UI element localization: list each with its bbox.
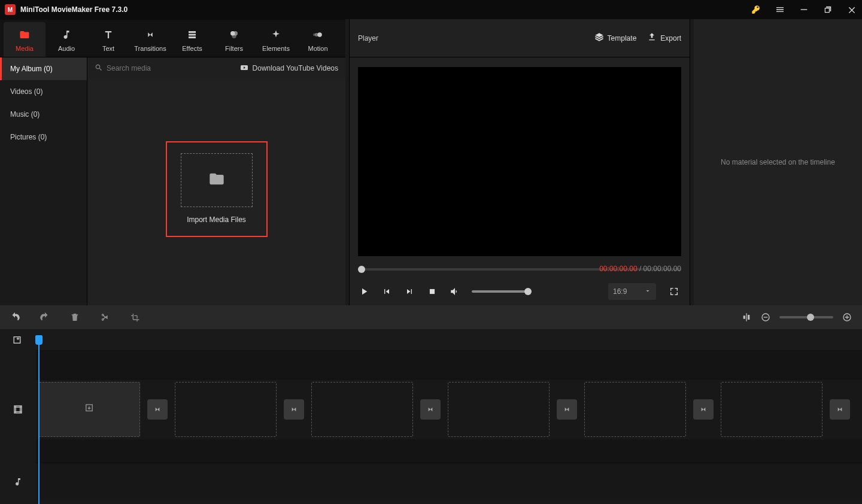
clip-slot[interactable] bbox=[448, 382, 550, 437]
overlay-track[interactable] bbox=[36, 351, 862, 379]
sidebar-item-my-album[interactable]: My Album (0) bbox=[0, 57, 87, 80]
video-preview bbox=[358, 67, 681, 256]
download-youtube-link[interactable]: Download YouTube Videos bbox=[239, 64, 338, 73]
media-toolbar: Download YouTube Videos bbox=[87, 57, 345, 79]
media-drop-area: Import Media Files bbox=[87, 79, 345, 305]
timeline-toolbar bbox=[0, 305, 862, 329]
sidebar-item-pictures[interactable]: Pictures (0) bbox=[0, 126, 87, 148]
text-icon bbox=[87, 28, 129, 41]
timeline-ruler[interactable] bbox=[36, 329, 862, 351]
stop-button[interactable] bbox=[426, 286, 438, 297]
app-logo-icon: M bbox=[5, 4, 16, 15]
split-button[interactable] bbox=[99, 312, 110, 323]
close-button[interactable] bbox=[846, 4, 857, 15]
properties-panel: No material selected on the timeline bbox=[694, 19, 862, 305]
tab-audio[interactable]: Audio bbox=[45, 22, 87, 57]
next-frame-button[interactable] bbox=[403, 286, 415, 297]
crop-button[interactable] bbox=[129, 312, 140, 323]
video-track-icon bbox=[0, 379, 36, 439]
clip-slot[interactable] bbox=[311, 382, 413, 437]
media-panel: My Album (0) Videos (0) Music (0) Pictur… bbox=[0, 57, 345, 305]
tab-transitions[interactable]: Transitions bbox=[129, 22, 171, 57]
tab-elements[interactable]: Elements bbox=[255, 22, 297, 57]
maximize-button[interactable] bbox=[822, 4, 833, 15]
folder-icon bbox=[208, 171, 225, 190]
key-icon[interactable] bbox=[751, 4, 761, 15]
zoom-out-button[interactable] bbox=[760, 312, 771, 323]
media-sidebar: My Album (0) Videos (0) Music (0) Pictur… bbox=[0, 57, 87, 305]
layers-icon bbox=[594, 32, 604, 44]
menu-icon[interactable] bbox=[775, 4, 785, 15]
import-label: Import Media Files bbox=[174, 215, 259, 224]
import-media-card[interactable]: Import Media Files bbox=[166, 141, 268, 237]
play-button[interactable] bbox=[358, 286, 370, 297]
redo-button[interactable] bbox=[40, 312, 50, 323]
export-button[interactable]: Export bbox=[647, 32, 681, 44]
sparkle-icon bbox=[255, 28, 297, 41]
title-bar: M MiniTool MovieMaker Free 7.3.0 bbox=[0, 0, 862, 19]
minimize-button[interactable] bbox=[799, 4, 809, 15]
audio-track-icon bbox=[0, 463, 36, 500]
app-title: MiniTool MovieMaker Free 7.3.0 bbox=[20, 5, 128, 14]
add-track-button[interactable] bbox=[0, 329, 36, 351]
youtube-icon bbox=[239, 64, 249, 73]
clip-slot[interactable] bbox=[38, 382, 140, 437]
volume-slider[interactable] bbox=[472, 290, 532, 293]
aspect-ratio-select[interactable]: 16:9 bbox=[608, 283, 656, 300]
spacer-track bbox=[36, 439, 862, 463]
audio-track[interactable] bbox=[36, 463, 862, 500]
svg-point-5 bbox=[313, 34, 316, 37]
track-labels bbox=[0, 329, 36, 504]
transition-slot[interactable] bbox=[557, 399, 577, 420]
import-dashed-box bbox=[181, 153, 253, 207]
timeline bbox=[0, 329, 862, 504]
delete-button[interactable] bbox=[69, 312, 80, 323]
effects-icon bbox=[171, 28, 213, 41]
tab-media[interactable]: Media bbox=[4, 22, 45, 57]
video-track[interactable] bbox=[36, 379, 862, 439]
tab-filters[interactable]: Filters bbox=[213, 22, 255, 57]
template-button[interactable]: Template bbox=[594, 32, 637, 44]
search-icon bbox=[95, 63, 103, 74]
properties-empty-label: No material selected on the timeline bbox=[721, 158, 835, 166]
transition-slot[interactable] bbox=[284, 399, 304, 420]
clip-slot[interactable] bbox=[584, 382, 686, 437]
prev-frame-button[interactable] bbox=[381, 286, 393, 297]
tab-effects[interactable]: Effects bbox=[171, 22, 213, 57]
sidebar-item-music[interactable]: Music (0) bbox=[0, 103, 87, 126]
filters-icon bbox=[213, 28, 255, 41]
clip-slot[interactable] bbox=[721, 382, 822, 437]
clip-slot[interactable] bbox=[175, 382, 277, 437]
player-panel: Player Template Export 00:00:00.00 / 00:… bbox=[349, 19, 690, 305]
transitions-icon bbox=[129, 28, 171, 41]
time-display: 00:00:00.00 / 00:00:00.00 bbox=[599, 265, 681, 273]
zoom-slider[interactable] bbox=[779, 316, 833, 318]
search-input[interactable] bbox=[107, 64, 236, 72]
fullscreen-button[interactable] bbox=[667, 284, 681, 299]
motion-icon bbox=[297, 28, 339, 41]
main-tabs: Media Audio Text Transitions Effects Fil… bbox=[0, 19, 345, 57]
folder-icon bbox=[4, 28, 45, 41]
svg-point-2 bbox=[232, 34, 236, 39]
tab-motion[interactable]: Motion bbox=[297, 22, 339, 57]
undo-button[interactable] bbox=[10, 312, 20, 323]
align-button[interactable] bbox=[741, 312, 752, 323]
transition-slot[interactable] bbox=[420, 399, 441, 420]
player-title: Player bbox=[358, 34, 584, 42]
playhead-handle[interactable] bbox=[35, 335, 43, 345]
playhead[interactable] bbox=[38, 342, 40, 504]
volume-button[interactable] bbox=[449, 286, 461, 297]
zoom-in-button[interactable] bbox=[842, 312, 852, 323]
download-icon bbox=[84, 403, 95, 416]
chevron-down-icon bbox=[644, 287, 651, 296]
transition-slot[interactable] bbox=[693, 399, 714, 420]
seek-knob[interactable] bbox=[358, 266, 365, 273]
transition-slot[interactable] bbox=[147, 399, 168, 420]
music-note-icon bbox=[45, 28, 87, 41]
sidebar-item-videos[interactable]: Videos (0) bbox=[0, 80, 87, 103]
transition-slot[interactable] bbox=[830, 399, 850, 420]
tab-text[interactable]: Text bbox=[87, 22, 129, 57]
svg-rect-7 bbox=[430, 289, 435, 294]
export-icon bbox=[647, 32, 657, 44]
